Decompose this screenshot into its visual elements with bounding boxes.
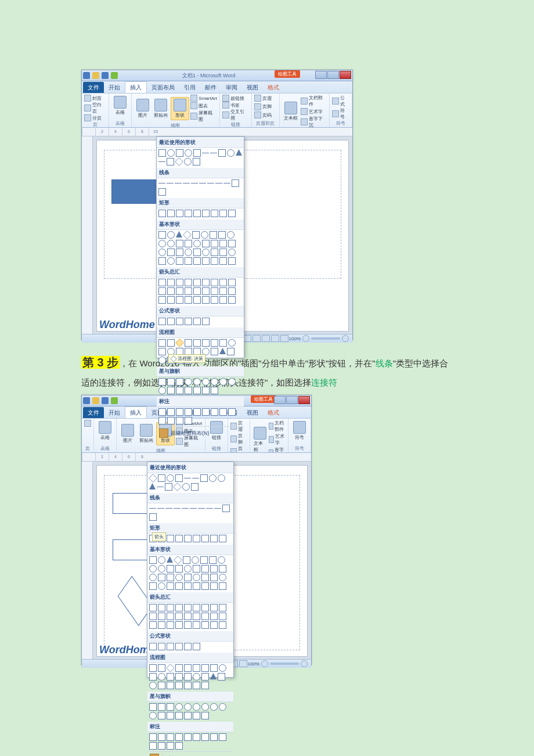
shape-icon[interactable] xyxy=(174,556,182,564)
shape-icon[interactable] xyxy=(210,582,218,590)
shape-icon[interactable] xyxy=(149,664,157,672)
qat-redo-icon[interactable] xyxy=(111,397,118,404)
shape-icon[interactable] xyxy=(228,287,236,295)
shape-icon[interactable] xyxy=(158,161,165,162)
qat-save-icon[interactable] xyxy=(92,72,99,79)
shape-icon[interactable] xyxy=(218,474,225,482)
shape-icon[interactable] xyxy=(228,339,236,347)
shape-icon[interactable] xyxy=(202,210,210,217)
shape-icon[interactable] xyxy=(232,179,239,187)
shape-icon[interactable] xyxy=(158,408,166,416)
shape-icon[interactable] xyxy=(201,621,209,629)
shape-icon[interactable] xyxy=(167,287,175,295)
shape-icon[interactable] xyxy=(158,474,165,482)
zoom-out-button[interactable] xyxy=(261,660,268,667)
shape-icon[interactable] xyxy=(219,408,227,416)
shape-icon[interactable] xyxy=(175,712,183,719)
shape-icon[interactable] xyxy=(199,183,206,183)
tab-home[interactable]: 开始 xyxy=(104,407,125,418)
shape-icon[interactable] xyxy=(219,279,227,286)
shape-icon[interactable] xyxy=(158,703,165,711)
shape-icon[interactable] xyxy=(167,257,175,265)
shape-icon[interactable] xyxy=(149,613,157,620)
shape-icon[interactable] xyxy=(158,378,166,386)
shape-icon[interactable] xyxy=(158,296,166,304)
btn-footer[interactable]: 页脚 xyxy=(262,103,272,110)
shape-icon[interactable] xyxy=(192,478,199,478)
shape-icon[interactable] xyxy=(185,210,192,217)
zoom-slider[interactable] xyxy=(311,337,340,340)
shape-icon[interactable] xyxy=(211,387,218,394)
shape-icon[interactable] xyxy=(201,733,209,741)
shapes-dropdown[interactable]: 最近使用的形状 线条 矩形 基本形状 箭头总汇 xyxy=(156,136,244,358)
shape-icon[interactable] xyxy=(158,348,166,355)
shape-icon[interactable] xyxy=(219,604,226,611)
qat-redo-icon[interactable] xyxy=(111,72,118,79)
shape-icon[interactable] xyxy=(201,712,209,719)
shape-icon[interactable] xyxy=(149,582,157,590)
btn-symbol[interactable]: 符号 xyxy=(340,107,349,120)
shape-icon[interactable] xyxy=(227,149,234,157)
shape-icon[interactable] xyxy=(167,378,175,386)
shape-flowchart-decision-icon[interactable] xyxy=(175,339,184,347)
btn-smartart[interactable]: SmartArt xyxy=(199,96,217,101)
shape-icon[interactable] xyxy=(202,339,210,347)
shape-icon[interactable] xyxy=(201,565,209,573)
shape-icon[interactable] xyxy=(185,408,192,416)
shape-icon[interactable] xyxy=(193,339,201,347)
shape-triangle-icon[interactable] xyxy=(236,149,242,156)
new-drawing-canvas[interactable]: 新建绘图画布(N) xyxy=(157,426,244,440)
qat-undo-icon[interactable] xyxy=(102,72,109,79)
zoom-out-button[interactable] xyxy=(302,335,309,342)
btn-clipart[interactable]: 剪贴画 xyxy=(152,98,169,120)
close-button[interactable] xyxy=(340,71,351,79)
view-btn[interactable] xyxy=(252,335,261,342)
shape-icon[interactable] xyxy=(193,682,200,689)
tab-mailings[interactable]: 邮件 xyxy=(200,82,221,93)
shape-icon[interactable] xyxy=(167,535,174,542)
shape-icon[interactable] xyxy=(182,483,190,491)
shape-icon[interactable] xyxy=(184,703,192,711)
view-btn[interactable] xyxy=(280,335,288,342)
shape-icon[interactable] xyxy=(176,296,183,304)
shape-icon[interactable] xyxy=(149,673,157,681)
shape-icon[interactable] xyxy=(184,158,192,165)
shape-icon[interactable] xyxy=(193,664,200,672)
shape-icon[interactable] xyxy=(198,508,205,509)
shape-icon[interactable] xyxy=(185,296,192,304)
shapes-dropdown[interactable]: 最近使用的形状 线条 矩形 箭头 基本形状 箭头总汇 xyxy=(147,462,234,678)
btn-symbol[interactable]: 符号 xyxy=(291,420,308,442)
shape-icon[interactable] xyxy=(167,643,174,650)
shape-icon[interactable] xyxy=(158,604,165,611)
shape-icon[interactable] xyxy=(219,287,227,295)
shape-icon[interactable] xyxy=(175,183,182,183)
btn-shapes[interactable]: 形状 xyxy=(171,97,189,120)
shape-icon[interactable] xyxy=(184,582,192,590)
shape-icon[interactable] xyxy=(219,582,226,590)
shape-icon[interactable] xyxy=(193,712,200,719)
shape-icon[interactable] xyxy=(211,279,218,286)
shape-icon[interactable] xyxy=(176,231,182,237)
shape-icon[interactable] xyxy=(158,287,166,295)
shape-icon[interactable] xyxy=(219,733,226,741)
tab-review[interactable]: 审阅 xyxy=(221,82,242,93)
flowchart-rect-filled[interactable] xyxy=(111,179,157,204)
shape-icon[interactable] xyxy=(202,287,210,295)
shape-icon[interactable] xyxy=(219,348,226,354)
shape-icon[interactable] xyxy=(209,556,217,564)
shape-icon[interactable] xyxy=(219,621,226,629)
shape-icon[interactable] xyxy=(193,149,201,157)
shape-icon[interactable] xyxy=(211,378,218,386)
shape-icon[interactable] xyxy=(158,318,166,325)
shape-icon[interactable] xyxy=(176,279,183,286)
shape-icon[interactable] xyxy=(193,240,201,247)
shape-icon[interactable] xyxy=(218,231,226,239)
shape-icon[interactable] xyxy=(202,257,210,265)
shape-icon[interactable] xyxy=(167,210,175,217)
shape-icon[interactable] xyxy=(211,348,218,355)
btn-break[interactable]: 分页 xyxy=(92,115,102,121)
flowchart-rect[interactable] xyxy=(113,493,149,514)
shape-icon[interactable] xyxy=(149,643,157,650)
shape-icon[interactable] xyxy=(184,664,192,672)
shape-icon[interactable] xyxy=(158,249,166,256)
